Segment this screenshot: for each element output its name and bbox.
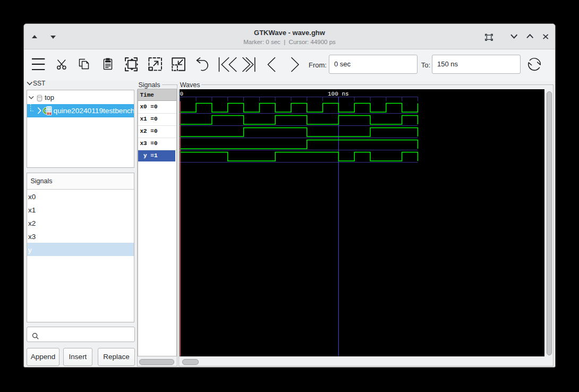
svg-text:quine20240119testbench: quine20240119testbench	[54, 107, 134, 115]
svg-text:0: 0	[180, 90, 183, 97]
svg-text:100 ns: 100 ns	[328, 91, 349, 97]
